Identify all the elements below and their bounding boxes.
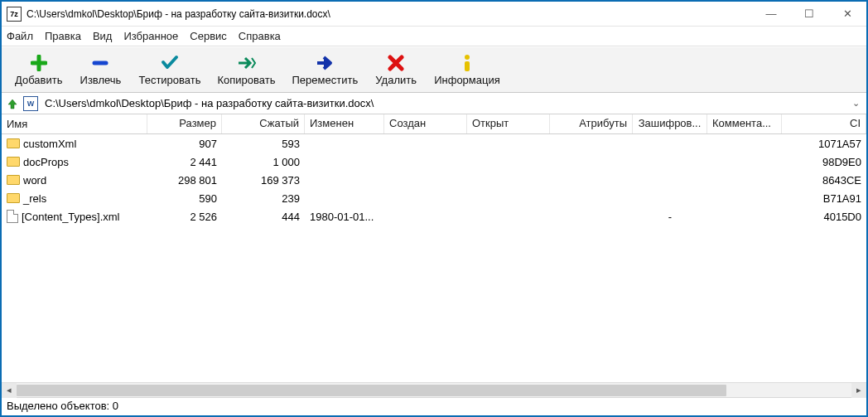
svg-point-0 xyxy=(465,55,470,60)
col-created[interactable]: Создан xyxy=(384,114,467,133)
table-row[interactable]: [Content_Types].xml2 5264441980-01-01...… xyxy=(2,207,866,225)
cell-crc: 8643CE xyxy=(782,174,866,187)
status-bar: Выделено объектов: 0 xyxy=(2,397,866,415)
arrow-right-double-icon xyxy=(237,54,257,72)
info-button[interactable]: Информация xyxy=(426,52,509,88)
table-row[interactable]: customXml9075931071A57 xyxy=(2,134,866,153)
folder-icon xyxy=(7,157,20,167)
info-label: Информация xyxy=(434,74,500,86)
maximize-button[interactable]: ☐ xyxy=(790,2,828,27)
cell-size: 2 526 xyxy=(147,211,222,223)
file-list: customXml9075931071A57docProps2 4411 000… xyxy=(2,134,866,225)
col-modified[interactable]: Изменен xyxy=(305,114,384,133)
add-button[interactable]: Добавить xyxy=(7,52,70,88)
cell-name: [Content_Types].xml xyxy=(2,210,147,223)
cell-encrypted: - xyxy=(633,211,707,223)
folder-icon xyxy=(7,193,20,203)
cell-size: 590 xyxy=(147,192,222,205)
folder-icon xyxy=(7,138,20,148)
cell-packed: 169 373 xyxy=(222,174,305,187)
col-name[interactable]: Имя xyxy=(2,114,147,133)
info-icon xyxy=(461,54,473,72)
menu-tools[interactable]: Сервис xyxy=(190,30,227,42)
minus-icon xyxy=(92,54,108,72)
test-label: Тестировать xyxy=(138,74,200,86)
minimize-button[interactable]: ― xyxy=(752,2,790,27)
cell-packed: 593 xyxy=(222,138,305,150)
scroll-thumb[interactable] xyxy=(17,385,726,396)
scroll-track[interactable] xyxy=(17,383,851,398)
close-button[interactable]: ✕ xyxy=(828,2,866,27)
docx-icon: W xyxy=(23,96,38,111)
cell-packed: 239 xyxy=(222,192,305,205)
copy-label: Копировать xyxy=(218,74,276,86)
test-button[interactable]: Тестировать xyxy=(130,52,209,88)
folder-icon xyxy=(7,175,20,185)
cell-crc: 1071A57 xyxy=(782,138,866,150)
title-bar: 7z C:\Users\dmkol\Desktop\Бриф - на разр… xyxy=(2,2,866,27)
col-encrypted[interactable]: Зашифров... xyxy=(633,114,707,133)
menu-view[interactable]: Вид xyxy=(93,30,113,42)
horizontal-scrollbar[interactable]: ◂ ▸ xyxy=(2,382,866,397)
move-label: Переместить xyxy=(292,74,359,86)
col-attributes[interactable]: Атрибуты xyxy=(550,114,633,133)
move-button[interactable]: Переместить xyxy=(284,52,367,88)
extract-label: Извлечь xyxy=(80,74,122,86)
cell-name: word xyxy=(2,174,147,187)
svg-rect-1 xyxy=(465,61,470,71)
delete-label: Удалить xyxy=(375,74,417,86)
col-crc[interactable]: CI xyxy=(782,114,866,133)
cell-name: _rels xyxy=(2,192,147,205)
col-accessed[interactable]: Открыт xyxy=(467,114,550,133)
path-dropdown-button[interactable]: ⌄ xyxy=(848,98,863,109)
cell-packed: 444 xyxy=(222,211,305,223)
x-icon xyxy=(388,54,404,72)
cell-crc: 98D9E0 xyxy=(782,156,866,168)
col-packed[interactable]: Сжатый xyxy=(222,114,305,133)
path-input[interactable]: C:\Users\dmkol\Desktop\Бриф - на разрабо… xyxy=(41,97,845,109)
table-row[interactable]: docProps2 4411 00098D9E0 xyxy=(2,153,866,171)
menu-help[interactable]: Справка xyxy=(239,30,281,42)
cell-crc: B71A91 xyxy=(782,192,866,205)
menu-bar: Файл Правка Вид Избранное Сервис Справка xyxy=(2,27,866,46)
check-icon xyxy=(161,54,179,72)
nav-up-button[interactable] xyxy=(5,96,20,111)
table-row[interactable]: word298 801169 3738643CE xyxy=(2,171,866,189)
menu-favorites[interactable]: Избранное xyxy=(123,30,178,42)
menu-edit[interactable]: Правка xyxy=(45,30,81,42)
add-label: Добавить xyxy=(15,74,62,86)
scroll-right-button[interactable]: ▸ xyxy=(851,383,866,398)
toolbar: Добавить Извлечь Тестировать Копировать … xyxy=(2,46,866,93)
table-row[interactable]: _rels590239B71A91 xyxy=(2,189,866,207)
col-size[interactable]: Размер xyxy=(147,114,222,133)
cell-crc: 4015D0 xyxy=(782,211,866,223)
cell-size: 907 xyxy=(147,138,222,150)
app-icon: 7z xyxy=(7,7,22,22)
cell-name: docProps xyxy=(2,156,147,168)
plus-icon xyxy=(31,54,47,72)
column-header-row: Имя Размер Сжатый Изменен Создан Открыт … xyxy=(2,114,866,134)
extract-button[interactable]: Извлечь xyxy=(70,52,130,88)
path-bar: W C:\Users\dmkol\Desktop\Бриф - на разра… xyxy=(2,93,866,114)
cell-modified: 1980-01-01... xyxy=(305,211,384,223)
cell-name: customXml xyxy=(2,138,147,150)
window-title: C:\Users\dmkol\Desktop\Бриф - на разрабо… xyxy=(27,8,752,20)
menu-file[interactable]: Файл xyxy=(7,30,33,42)
copy-button[interactable]: Копировать xyxy=(210,52,284,88)
file-icon xyxy=(7,210,18,223)
cell-size: 298 801 xyxy=(147,174,222,187)
arrow-right-icon xyxy=(316,54,334,72)
cell-size: 2 441 xyxy=(147,156,222,168)
col-comment[interactable]: Коммента... xyxy=(707,114,782,133)
cell-packed: 1 000 xyxy=(222,156,305,168)
scroll-left-button[interactable]: ◂ xyxy=(2,383,17,398)
delete-button[interactable]: Удалить xyxy=(366,52,426,88)
